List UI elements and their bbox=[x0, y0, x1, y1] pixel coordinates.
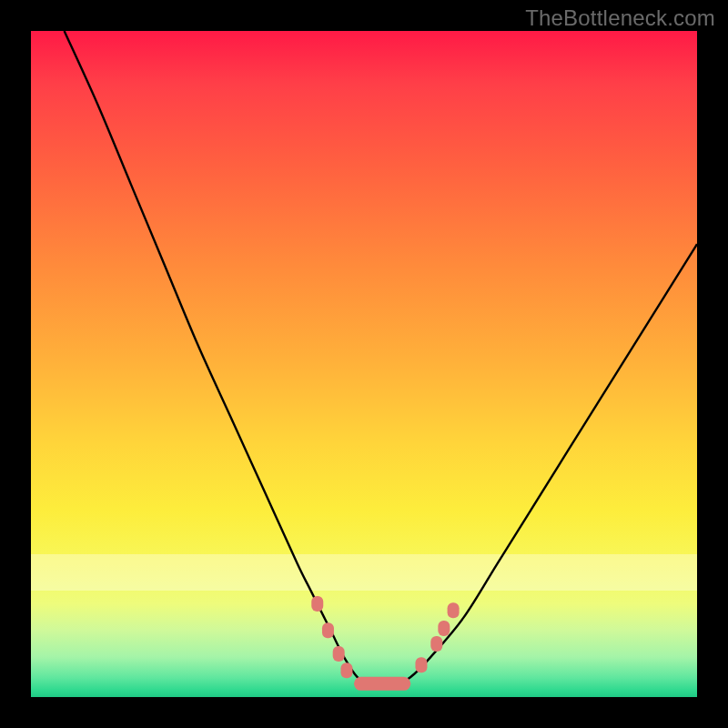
right-dots bbox=[415, 657, 427, 672]
right-dots bbox=[438, 621, 450, 636]
bottom-pill bbox=[354, 677, 410, 691]
bottleneck-curve bbox=[65, 31, 697, 684]
curve-markers bbox=[311, 596, 459, 691]
right-dots bbox=[430, 636, 442, 652]
right-dots bbox=[448, 602, 460, 618]
left-dots bbox=[333, 646, 345, 662]
chart-frame: TheBottleneck.com bbox=[0, 0, 728, 728]
watermark-text: TheBottleneck.com bbox=[525, 5, 715, 31]
chart-svg bbox=[31, 31, 697, 697]
left-dots bbox=[311, 596, 323, 612]
plot-area bbox=[31, 31, 697, 697]
left-dots bbox=[322, 622, 334, 638]
left-dots bbox=[340, 662, 352, 678]
